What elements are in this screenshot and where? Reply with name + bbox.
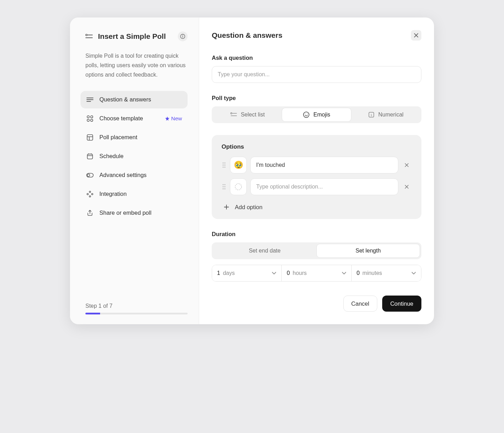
svg-point-36 — [223, 163, 224, 164]
duration-value: 0 — [357, 270, 360, 276]
svg-point-33 — [307, 114, 308, 114]
poll-type-section: Poll type Select list Emojis 1 — [212, 95, 421, 123]
svg-point-4 — [182, 35, 183, 36]
remove-option-button[interactable] — [402, 182, 412, 192]
nav-question-answers[interactable]: Question & answers — [80, 91, 188, 108]
panel-title: Question & answers — [212, 31, 282, 40]
progress-fill — [85, 313, 100, 314]
chevron-down-icon — [342, 272, 346, 275]
add-option-label: Add option — [235, 204, 262, 211]
duration-tab-end-date[interactable]: Set end date — [213, 244, 316, 258]
question-input[interactable] — [212, 66, 421, 83]
nav-choose-template[interactable]: Choose template New — [80, 110, 188, 127]
seg-label: Select list — [241, 112, 265, 118]
chevron-down-icon — [272, 272, 276, 275]
lines-icon — [86, 96, 94, 104]
svg-point-41 — [224, 167, 225, 168]
svg-point-12 — [91, 119, 93, 121]
svg-rect-5 — [182, 36, 183, 38]
chevron-down-icon — [411, 272, 416, 275]
duration-tab-set-length[interactable]: Set length — [316, 244, 420, 258]
svg-point-50 — [235, 184, 241, 190]
nav-schedule[interactable]: Schedule — [80, 148, 188, 165]
svg-point-48 — [223, 189, 224, 190]
duration-unit: minutes — [363, 270, 408, 276]
toggle-icon — [86, 171, 94, 179]
svg-point-28 — [231, 113, 232, 114]
svg-rect-13 — [87, 135, 93, 140]
svg-point-21 — [88, 174, 90, 176]
emoji-picker[interactable]: 🥹 — [230, 157, 247, 173]
nodes-icon — [86, 190, 94, 198]
svg-point-45 — [224, 184, 225, 185]
option-description-input[interactable] — [250, 157, 398, 173]
list-icon — [230, 111, 237, 118]
svg-point-49 — [224, 189, 225, 190]
nav-label: Advanced settings — [99, 172, 182, 178]
plus-icon — [223, 204, 230, 211]
sidebar-description: Simple Poll is a tool for creating quick… — [85, 51, 188, 80]
duration-values: 1 days 0 hours 0 minutes — [212, 265, 421, 282]
remove-option-button[interactable] — [402, 160, 412, 170]
nav-label: Schedule — [99, 153, 182, 159]
duration-hours-select[interactable]: 0 hours — [282, 265, 351, 281]
svg-point-31 — [303, 112, 309, 118]
sidebar: Insert a Simple Poll Simple Poll is a to… — [70, 17, 199, 324]
close-button[interactable] — [411, 30, 421, 41]
step-indicator: Step 1 of 7 — [85, 303, 188, 309]
duration-section: Duration Set end date Set length 1 days … — [212, 231, 421, 282]
panel-footer: Cancel Continue — [212, 282, 421, 312]
close-icon — [414, 33, 419, 38]
duration-minutes-select[interactable]: 0 minutes — [352, 265, 421, 281]
svg-point-10 — [91, 115, 93, 118]
seg-label: Numerical — [378, 112, 404, 118]
cancel-button[interactable]: Cancel — [343, 296, 377, 312]
continue-button[interactable]: Continue — [382, 296, 421, 312]
svg-point-44 — [223, 184, 224, 185]
info-button[interactable] — [178, 31, 188, 41]
poll-modal: Insert a Simple Poll Simple Poll is a to… — [70, 17, 434, 324]
svg-point-9 — [87, 115, 89, 118]
calendar-icon — [86, 152, 94, 160]
nav-label: Share or embed poll — [99, 210, 182, 216]
drag-handle-icon[interactable] — [222, 184, 226, 190]
svg-point-0 — [86, 34, 88, 36]
svg-point-38 — [223, 165, 224, 166]
nav-poll-placement[interactable]: Poll placement — [80, 129, 188, 146]
poll-icon — [85, 33, 93, 40]
ask-question-section: Ask a question — [212, 55, 421, 83]
nav-label: Poll placement — [99, 134, 182, 141]
nav-advanced-settings[interactable]: Advanced settings — [80, 166, 188, 184]
tab-label: Set length — [356, 248, 381, 254]
svg-point-40 — [223, 167, 224, 168]
nav-label: Choose template — [99, 115, 159, 122]
svg-rect-16 — [88, 154, 93, 159]
poll-type-numerical[interactable]: 1 Numerical — [351, 108, 420, 122]
svg-point-47 — [224, 186, 225, 187]
drag-handle-icon[interactable] — [222, 162, 226, 168]
duration-unit: hours — [293, 270, 338, 276]
options-section: Options 🥹 — [212, 135, 421, 219]
poll-type-emojis[interactable]: Emojis — [282, 108, 351, 122]
duration-value: 0 — [287, 270, 290, 276]
poll-type-select-list[interactable]: Select list — [213, 108, 282, 122]
emoji-placeholder-icon — [234, 183, 242, 191]
option-description-input[interactable] — [250, 178, 398, 195]
nav-integration[interactable]: Integration — [80, 185, 188, 203]
nav-share-embed[interactable]: Share or embed poll — [80, 204, 188, 222]
seg-label: Emojis — [313, 112, 330, 118]
duration-value: 1 — [217, 270, 220, 276]
sidebar-title: Insert a Simple Poll — [98, 32, 173, 41]
option-row: 🥹 — [222, 157, 412, 173]
options-title: Options — [222, 143, 412, 150]
duration-days-select[interactable]: 1 days — [212, 265, 282, 281]
grid-icon — [86, 115, 94, 122]
option-row — [222, 178, 412, 195]
svg-point-25 — [89, 196, 91, 197]
svg-point-22 — [89, 191, 91, 192]
add-option-button[interactable]: Add option — [222, 200, 412, 211]
svg-point-23 — [87, 193, 89, 195]
nav-label: Question & answers — [99, 96, 182, 103]
sidebar-nav: Question & answers Choose template New P… — [80, 91, 188, 222]
emoji-picker[interactable] — [230, 178, 247, 195]
